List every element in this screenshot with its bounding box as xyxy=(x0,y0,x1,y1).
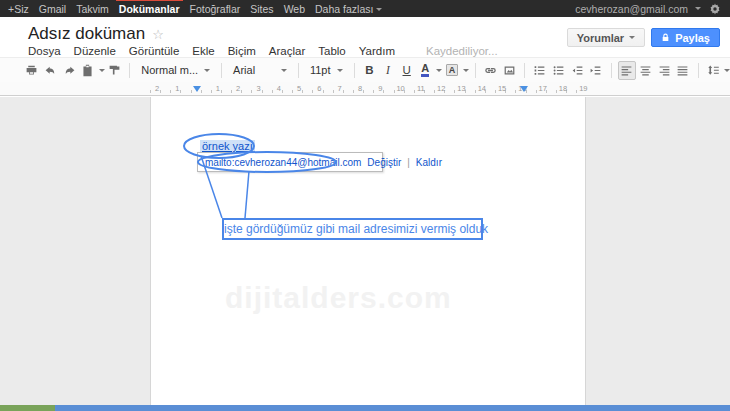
highlight-color-button[interactable]: A xyxy=(443,61,461,80)
ruler-number: 4 xyxy=(277,84,281,93)
ruler-number: 2 xyxy=(155,84,159,93)
chevron-down-icon xyxy=(629,36,635,39)
link-url[interactable]: mailto:cevherozan44@hotmail.com xyxy=(205,157,361,168)
toolbar-separator xyxy=(129,63,130,78)
ruler-number: 9 xyxy=(378,84,382,93)
ruler-number: 3 xyxy=(256,84,260,93)
chevron-down-icon[interactable] xyxy=(724,69,730,72)
menu-yardim[interactable]: Yardım xyxy=(359,45,395,57)
underline-label: U xyxy=(403,64,411,76)
align-right-icon[interactable] xyxy=(655,61,673,80)
increase-indent-icon[interactable] xyxy=(587,61,605,80)
align-left-icon[interactable] xyxy=(618,61,636,80)
topbar-link-sites[interactable]: Sites xyxy=(250,3,273,15)
left-indent-marker[interactable] xyxy=(193,86,201,92)
topbar-link-dokumanlar[interactable]: Dokümanlar xyxy=(119,3,180,15)
menu-dosya[interactable]: Dosya xyxy=(28,45,61,57)
chevron-down-icon[interactable] xyxy=(463,69,469,72)
topbar-link-fotograflar[interactable]: Fotoğraflar xyxy=(190,3,241,15)
text-color-button[interactable]: A xyxy=(417,61,435,80)
watermark: dijitalders.com xyxy=(225,281,452,315)
right-indent-marker[interactable] xyxy=(520,86,528,92)
document-page[interactable]: dijitalders.com örnek yazı mailto:cevher… xyxy=(150,97,586,405)
undo-icon[interactable] xyxy=(42,61,60,80)
ruler-number: 2 xyxy=(236,84,240,93)
topbar-more-label: Daha fazlası xyxy=(315,3,373,15)
menu-bar: Dosya Düzenle Görüntüle Ekle Biçim Araçl… xyxy=(28,45,498,57)
annotation-callout: işte gördüğümüz gibi mail adresimizi ver… xyxy=(222,218,483,240)
ruler: 2112345678910111213141516171819 xyxy=(0,82,730,96)
ruler-number: 17 xyxy=(539,84,547,93)
topbar-link-gmail[interactable]: Gmail xyxy=(39,3,66,15)
highlight-icon: A xyxy=(446,64,459,76)
share-button[interactable]: Paylaş xyxy=(651,28,720,47)
link-edit-bubble: mailto:cevherozan44@hotmail.com Değiştir… xyxy=(197,152,383,172)
font-select[interactable]: Arial xyxy=(228,61,292,80)
formatting-toolbar: Normal m... Arial 11pt B I U A A xyxy=(0,57,730,83)
font-value: Arial xyxy=(233,64,255,76)
menu-tablo[interactable]: Tablo xyxy=(318,45,346,57)
toolbar-separator xyxy=(221,63,222,78)
title-row: Adsız doküman ☆ xyxy=(28,24,164,44)
google-bar-links: +Siz Gmail Takvim Dokümanlar Fotoğraflar… xyxy=(8,3,382,15)
menu-bicim[interactable]: Biçim xyxy=(228,45,256,57)
align-center-icon[interactable] xyxy=(637,61,655,80)
ruler-number: 1 xyxy=(216,84,220,93)
toolbar-separator xyxy=(698,63,699,78)
decrease-indent-icon[interactable] xyxy=(568,61,586,80)
redo-icon[interactable] xyxy=(60,61,78,80)
ruler-number: 18 xyxy=(559,84,567,93)
line-spacing-icon[interactable] xyxy=(704,61,722,80)
ruler-number: 15 xyxy=(498,84,506,93)
bottom-progress-bar[interactable] xyxy=(0,405,730,411)
ruler-number: 7 xyxy=(338,84,342,93)
menu-goruntule[interactable]: Görüntüle xyxy=(129,45,180,57)
toolbar-separator xyxy=(354,63,355,78)
styles-value: Normal m... xyxy=(141,64,198,76)
ruler-number: 14 xyxy=(478,84,486,93)
chevron-down-icon xyxy=(376,8,382,11)
insert-link-icon[interactable] xyxy=(482,61,500,80)
topbar-link-siz[interactable]: +Siz xyxy=(8,3,29,15)
menu-duzenle[interactable]: Düzenle xyxy=(74,45,116,57)
italic-button[interactable]: I xyxy=(379,61,397,80)
numbered-list-icon[interactable] xyxy=(531,61,549,80)
share-button-label: Paylaş xyxy=(675,32,710,44)
paint-format-icon[interactable] xyxy=(106,61,124,80)
comments-button[interactable]: Yorumlar xyxy=(567,28,645,47)
account-email[interactable]: cevherozan@gmail.com xyxy=(575,3,688,15)
font-size-select[interactable]: 11pt xyxy=(305,61,348,80)
justify-icon[interactable] xyxy=(674,61,692,80)
gear-icon[interactable] xyxy=(708,2,722,16)
bulleted-list-icon[interactable] xyxy=(550,61,568,80)
ruler-number: 11 xyxy=(417,84,425,93)
google-bar: +Siz Gmail Takvim Dokümanlar Fotoğraflar… xyxy=(0,0,730,17)
bubble-separator: | xyxy=(407,157,410,168)
star-icon[interactable]: ☆ xyxy=(152,27,164,42)
document-header: Adsız doküman ☆ Dosya Düzenle Görüntüle … xyxy=(0,17,730,57)
selected-link-text[interactable]: örnek yazı xyxy=(200,140,255,152)
chevron-down-icon xyxy=(204,69,210,72)
change-link-button[interactable]: Değiştir xyxy=(367,157,401,168)
chevron-down-icon[interactable] xyxy=(99,69,105,72)
styles-select[interactable]: Normal m... xyxy=(136,61,215,80)
text-color-icon: A xyxy=(421,63,429,77)
font-size-value: 11pt xyxy=(310,64,331,76)
menu-araclar[interactable]: Araçlar xyxy=(269,45,305,57)
print-icon[interactable] xyxy=(23,61,41,80)
remove-link-button[interactable]: Kaldır xyxy=(416,157,442,168)
topbar-link-takvim[interactable]: Takvim xyxy=(76,3,109,15)
ruler-number: 5 xyxy=(297,84,301,93)
insert-image-icon[interactable] xyxy=(500,61,518,80)
underline-button[interactable]: U xyxy=(398,61,416,80)
bold-button[interactable]: B xyxy=(360,61,378,80)
chevron-down-icon[interactable] xyxy=(436,69,442,72)
topbar-link-web[interactable]: Web xyxy=(284,3,305,15)
menu-ekle[interactable]: Ekle xyxy=(192,45,214,57)
topbar-link-more[interactable]: Daha fazlası xyxy=(315,3,382,15)
paste-icon[interactable] xyxy=(79,61,97,80)
toolbar-separator xyxy=(298,63,299,78)
italic-label: I xyxy=(386,64,390,76)
header-buttons: Yorumlar Paylaş xyxy=(567,28,720,47)
document-title[interactable]: Adsız doküman xyxy=(28,24,145,44)
